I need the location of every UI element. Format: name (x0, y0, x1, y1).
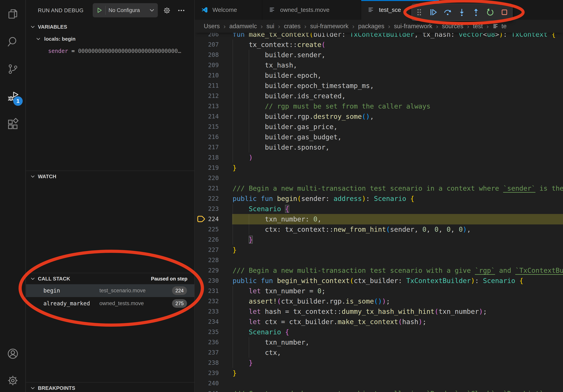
line-number: 233 (195, 306, 219, 317)
debug-step-into-button[interactable] (457, 8, 466, 17)
code-line: /// Begin a new multi-transaction test s… (232, 183, 563, 194)
debug-restart-icon (486, 8, 495, 17)
line-number: 225 (195, 224, 219, 235)
activity-bar: 1 (0, 0, 26, 392)
frame-line-badge: 224 (172, 287, 187, 295)
frame-function-name: already_marked (43, 297, 90, 310)
start-debugging-icon[interactable] (96, 7, 103, 14)
variable-name: sender (48, 48, 68, 54)
variable-value: 000000000000000000000000000000… (78, 48, 181, 54)
line-number: 227 (195, 245, 219, 255)
equals-sign: = (68, 48, 78, 54)
code-editor[interactable]: 206fun make_tx_context(builder: TxContex… (195, 0, 563, 392)
frame-function-name: begin (43, 284, 60, 297)
variable-entry[interactable]: sender = 000000000000000000000000000000… (48, 46, 181, 56)
breakpoints-section-header[interactable]: BREAKPOINTS (26, 382, 194, 392)
debug-stop-button[interactable] (500, 8, 509, 17)
debug-settings-gear-icon[interactable] (163, 6, 171, 15)
activity-item-extensions[interactable] (7, 118, 19, 131)
breadcrumb-item[interactable]: test (473, 23, 483, 30)
breadcrumb-item[interactable]: adamwelc (230, 23, 257, 30)
line-number: 241 (195, 389, 219, 392)
code-line: // rgp must be set from the caller alway… (232, 101, 430, 111)
code-line: } (232, 358, 253, 368)
line-number: 228 (195, 255, 219, 265)
breadcrumb-item[interactable]: sources (442, 23, 463, 30)
editor-group: Welcomeowned_tests.movetest_sce Users›ad… (194, 0, 563, 392)
line-number: 234 (195, 317, 219, 327)
search-icon (7, 36, 19, 48)
code-line: } (232, 235, 253, 245)
frame-file-name: test_scenario.move (99, 284, 146, 297)
variables-section-header[interactable]: VARIABLES (26, 21, 194, 32)
breadcrumb-item[interactable]: sui-framework (394, 23, 432, 30)
debug-step-into-icon (457, 8, 466, 17)
debug-step-over-button[interactable] (443, 8, 452, 17)
code-line: builder.sender, (232, 50, 325, 60)
extensions-icon (7, 118, 19, 131)
activity-item-source-control[interactable] (7, 63, 19, 75)
stack-frame-already_marked[interactable]: already_markedowned_tests.move275 (26, 297, 194, 310)
debug-step-out-button[interactable] (472, 8, 481, 17)
debug-configuration-dropdown[interactable]: No Configura (93, 3, 158, 17)
code-line: /// Begin a new multi-transaction test s… (232, 265, 563, 275)
activity-item-search[interactable] (7, 36, 19, 48)
line-number: 207 (195, 39, 219, 50)
debug-step-marker-icon (196, 215, 206, 223)
code-line: } (232, 368, 237, 378)
breadcrumb-separator: › (223, 23, 226, 30)
toolbar-drag-handle-icon (415, 8, 424, 17)
code-line: /// Creates and shares system objects, a… (232, 389, 543, 392)
activity-item-account[interactable] (7, 347, 19, 360)
breadcrumb-item[interactable]: sui-framework (310, 23, 349, 30)
line-number: 223 (195, 204, 219, 214)
code-line: Scenario { (232, 204, 289, 214)
breadcrumb-separator: › (261, 23, 263, 30)
debug-configuration-label[interactable]: No Configura (108, 7, 150, 13)
code-line: tx_hash, (232, 60, 297, 70)
line-number: 240 (195, 378, 219, 389)
chevron-down-icon (30, 24, 36, 30)
variables-scope-row[interactable]: locals: begin (26, 34, 194, 44)
sidebar-title: RUN AND DEBUG (38, 0, 84, 21)
code-line: builder.epoch, (232, 70, 321, 80)
code-line: Scenario { (232, 327, 289, 337)
line-number: 212 (195, 91, 219, 101)
chevron-down-icon[interactable] (149, 7, 155, 13)
code-line: } (232, 163, 237, 173)
code-line: txn_number: 0, (232, 214, 321, 224)
frame-file-name: owned_tests.move (99, 297, 144, 310)
debug-restart-button[interactable] (486, 8, 495, 17)
chevron-down-icon (36, 36, 41, 42)
line-number: 210 (195, 70, 219, 80)
activity-item-explorer[interactable] (7, 8, 19, 21)
chevron-down-icon (30, 385, 36, 391)
code-line: } (232, 245, 237, 255)
breadcrumb-separator: › (436, 23, 438, 30)
more-actions-icon[interactable] (177, 6, 185, 15)
line-number: 236 (195, 337, 219, 347)
code-line: public fun begin(sender: address): Scena… (232, 194, 414, 204)
code-line: builder.sponsor, (232, 142, 329, 152)
breadcrumb-item[interactable]: sui (267, 23, 274, 30)
toolbar-drag-handle-button[interactable] (415, 8, 424, 17)
move-file-icon (492, 23, 499, 30)
debug-continue-button[interactable] (429, 8, 438, 17)
watch-section-header[interactable]: WATCH (26, 171, 194, 182)
breadcrumb-separator: › (278, 23, 280, 30)
activity-item-settings[interactable] (7, 374, 19, 387)
line-number: 231 (195, 286, 219, 296)
breadcrumb-file[interactable]: te (501, 23, 507, 30)
line-number: 239 (195, 368, 219, 378)
breadcrumb: Users›adamwelc›sui›crates›sui-framework›… (195, 20, 563, 33)
line-number: 220 (195, 173, 219, 183)
variables-section-label: VARIABLES (38, 21, 67, 32)
breadcrumb-item[interactable]: packages (358, 23, 384, 30)
line-number: 211 (195, 80, 219, 91)
activity-item-run-and-debug[interactable]: 1 (7, 91, 19, 103)
stack-frame-begin[interactable]: begintest_scenario.move224 (26, 284, 194, 297)
breadcrumb-item[interactable]: Users (204, 23, 220, 30)
code-line: let txn_number = 0; (232, 286, 325, 296)
debug-stop-icon (500, 8, 509, 17)
breadcrumb-item[interactable]: crates (284, 23, 300, 30)
